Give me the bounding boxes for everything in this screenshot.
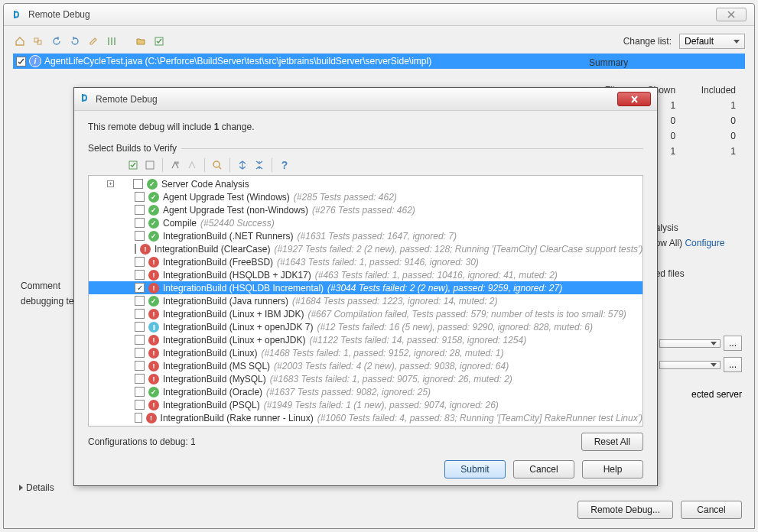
side-select-2[interactable] [659,361,721,369]
svg-point-5 [176,161,179,164]
build-checkbox[interactable] [135,309,145,319]
chevron-right-icon [19,485,23,491]
build-checkbox[interactable] [133,179,143,189]
help-button[interactable]: Help [582,460,643,478]
stack-icon[interactable] [31,34,45,48]
modal-button-row: Submit Cancel Help [88,457,643,478]
build-name: IntegrationBuild (.NET Runners) [163,231,294,242]
build-row[interactable]: IntegrationBuild (MS SQL) (#2003 Tests f… [89,359,643,372]
modal-titlebar[interactable]: Remote Debug [74,88,657,111]
build-checkbox[interactable] [135,205,145,215]
change-list-select[interactable]: Default [679,34,745,49]
settings-icon[interactable] [168,158,182,172]
build-row[interactable]: IntegrationBuild (Rake runner - Linux) (… [89,411,643,424]
expand-icon[interactable] [236,158,249,172]
build-checkbox[interactable] [135,192,145,202]
chevron-down-icon [734,40,740,44]
remote-debug-modal: Remote Debug This remote debug will incl… [73,87,658,486]
build-checkbox[interactable] [135,361,145,371]
status-green-icon [148,205,159,216]
build-row[interactable]: IntegrationBuild (Linux + openJDK 7) (#1… [89,320,643,333]
tree-expand-icon[interactable]: + [107,180,114,187]
build-checkbox[interactable] [135,244,136,254]
chevron-down-icon [711,363,717,367]
reset-all-button[interactable]: Reset All [581,433,643,451]
cancel-button[interactable]: Cancel [681,501,742,519]
modal-close-button[interactable] [617,92,651,106]
build-checkbox[interactable] [135,257,145,267]
check-icon[interactable] [152,34,166,48]
build-checkbox[interactable] [135,218,145,228]
build-checkbox[interactable] [135,348,145,358]
configure-link[interactable]: Configure [685,238,724,248]
builds-toolbar: ? [88,155,643,175]
file-info-icon: i [29,55,41,67]
build-checkbox[interactable] [135,335,145,345]
build-row[interactable]: +Server Code Analysis [89,177,643,190]
modal-title: Remote Debug [96,94,158,105]
build-row[interactable]: IntegrationBuild (Oracle) (#1637 Tests p… [89,385,643,398]
diff-icon[interactable] [105,34,119,48]
file-checkbox[interactable] [16,57,26,66]
build-row[interactable]: Compile (#52440 Success) [89,216,643,229]
build-detail: (#1122 Tests failed: 14, passed: 9158, i… [309,335,526,345]
home-icon[interactable] [13,34,27,48]
remote-debug-button[interactable]: Remote Debug... [577,501,673,519]
check-all-icon[interactable] [126,158,140,172]
build-name: IntegrationBuild (MySQL) [163,374,266,384]
undo-icon[interactable] [50,34,63,48]
build-row[interactable]: IntegrationBuild (.NET Runners) (#1631 T… [89,229,643,242]
build-name: IntegrationBuild (Oracle) [163,387,262,397]
build-row[interactable]: IntegrationBuild (Linux + IBM JDK) (#667… [89,307,643,320]
parent-button-row: Remote Debug... Cancel [577,501,742,519]
build-checkbox[interactable] [135,400,145,410]
search-icon[interactable] [210,158,224,172]
build-row[interactable]: Agent Upgrade Test (Windows) (#285 Tests… [89,190,643,203]
build-checkbox[interactable] [135,296,145,306]
submit-button[interactable]: Submit [444,460,506,478]
build-row[interactable]: IntegrationBuild (HSQLDB Incremental) (#… [89,281,643,294]
build-row[interactable]: IntegrationBuild (ClearCase) (#1927 Test… [89,242,643,255]
status-green-icon [148,296,159,307]
help-icon[interactable]: ? [278,158,291,172]
build-checkbox[interactable] [135,374,145,384]
side-dots-2[interactable]: ... [724,357,742,372]
builds-tree[interactable]: +Server Code AnalysisAgent Upgrade Test … [88,175,643,427]
status-red-icon [148,374,159,384]
build-detail: (#2003 Tests failed: 4 (2 new), passed: … [274,361,509,371]
build-row[interactable]: IntegrationBuild (Linux) (#1468 Tests fa… [89,346,643,359]
redo-icon[interactable] [68,34,82,48]
side-fragments: s nalysis how All) Configure it ged file… [650,203,742,284]
svg-rect-4 [146,161,154,169]
side-dots-1[interactable]: ... [724,336,742,351]
parent-close-button[interactable] [716,8,747,21]
build-row[interactable]: IntegrationBuild (PSQL) (#1949 Tests fai… [89,398,643,411]
edit-icon[interactable] [86,34,100,48]
modal-cancel-button[interactable]: Cancel [513,460,574,478]
uncheck-all-icon[interactable] [143,158,157,172]
build-row[interactable]: Agent Upgrade Test (non-Windows) (#276 T… [89,203,643,216]
selected-server-label: ected server [691,389,742,400]
build-checkbox[interactable] [135,231,145,241]
build-checkbox[interactable] [135,413,142,423]
change-list-label: Change list: [623,36,672,47]
build-row[interactable]: IntegrationBuild (MySQL) (#1683 Tests fa… [89,372,643,385]
build-checkbox[interactable] [135,270,145,280]
summary-col-included: Included [682,83,740,97]
build-checkbox[interactable] [135,322,145,332]
build-row[interactable]: IntegrationBuild (HSQLDB + JDK17) (#463 … [89,268,643,281]
build-checkbox[interactable] [135,387,145,397]
folder-icon[interactable] [134,34,148,48]
collapse-icon[interactable] [252,158,266,172]
build-row[interactable]: IntegrationBuild (Linux + openJDK) (#112… [89,333,643,346]
build-checkbox[interactable] [135,283,145,293]
build-row[interactable]: IntegrationBuild (FreeBSD) (#1643 Tests … [89,255,643,268]
build-row[interactable]: IntegrationBuild (Java runners) (#1684 T… [89,294,643,307]
status-red-icon [148,270,159,281]
parent-titlebar[interactable]: Remote Debug [4,4,754,26]
side-select-1[interactable] [659,339,721,348]
build-name: Agent Upgrade Test (non-Windows) [163,205,308,216]
details-toggle[interactable]: Details [19,482,54,493]
comment-text[interactable]: debugging te [21,296,73,307]
status-red-icon [140,244,151,255]
